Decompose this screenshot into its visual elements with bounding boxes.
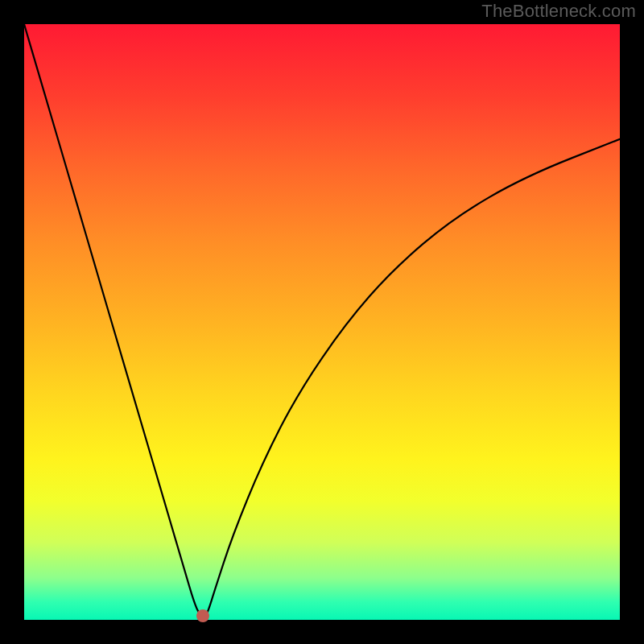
chart-frame: TheBottleneck.com [0, 0, 644, 644]
watermark-text: TheBottleneck.com [481, 0, 636, 23]
plot-area [24, 24, 620, 620]
optimum-marker [196, 609, 209, 622]
bottleneck-curve [24, 24, 620, 620]
